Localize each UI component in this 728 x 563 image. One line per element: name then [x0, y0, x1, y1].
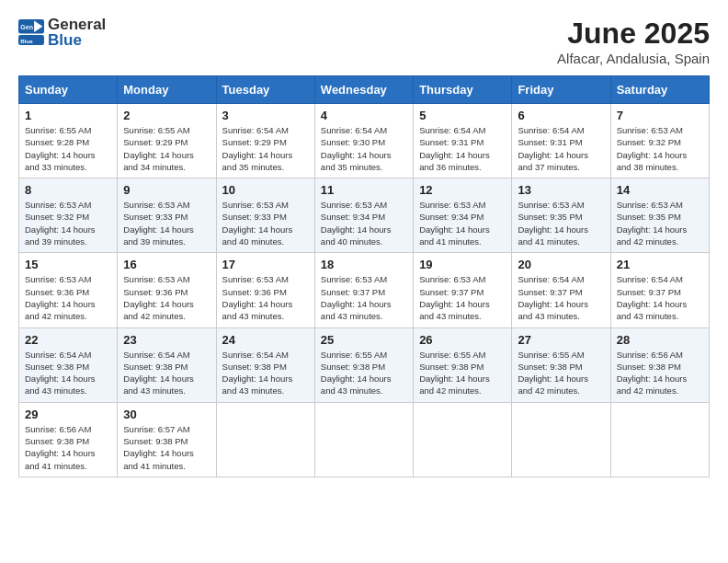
- day-cell-2: 2Sunrise: 6:55 AMSunset: 9:29 PMDaylight…: [118, 104, 216, 178]
- day-cell-28: 28Sunrise: 6:56 AMSunset: 9:38 PMDayligh…: [610, 327, 709, 402]
- day-cell-1: 1Sunrise: 6:55 AMSunset: 9:28 PMDaylight…: [19, 104, 118, 178]
- day-number: 22: [25, 333, 111, 347]
- day-cell-24: 24Sunrise: 6:54 AMSunset: 9:38 PMDayligh…: [216, 327, 314, 402]
- day-number: 30: [123, 408, 210, 421]
- logo-blue-text: Blue: [48, 31, 82, 49]
- day-cell-21: 21Sunrise: 6:54 AMSunset: 9:37 PMDayligh…: [610, 253, 709, 327]
- svg-text:Gen: Gen: [20, 24, 33, 30]
- day-number: 14: [617, 183, 703, 197]
- day-number: 18: [321, 258, 407, 271]
- day-number: 27: [518, 333, 604, 347]
- day-cell-7: 7Sunrise: 6:53 AMSunset: 9:32 PMDaylight…: [610, 104, 709, 178]
- day-number: 13: [518, 183, 604, 197]
- day-content: Sunrise: 6:55 AMSunset: 9:38 PMDaylight:…: [321, 349, 407, 397]
- empty-cell: [512, 402, 610, 477]
- day-number: 4: [321, 109, 407, 122]
- day-number: 26: [419, 333, 506, 347]
- day-number: 16: [123, 258, 210, 271]
- day-content: Sunrise: 6:55 AMSunset: 9:28 PMDaylight:…: [25, 124, 111, 173]
- empty-cell: [610, 402, 709, 477]
- header-saturday: Saturday: [610, 76, 709, 104]
- day-content: Sunrise: 6:56 AMSunset: 9:38 PMDaylight:…: [25, 423, 111, 472]
- day-content: Sunrise: 6:57 AMSunset: 9:38 PMDaylight:…: [123, 423, 210, 472]
- day-content: Sunrise: 6:54 AMSunset: 9:31 PMDaylight:…: [518, 124, 604, 173]
- day-cell-22: 22Sunrise: 6:54 AMSunset: 9:38 PMDayligh…: [19, 327, 118, 402]
- day-content: Sunrise: 6:53 AMSunset: 9:37 PMDaylight:…: [321, 273, 407, 322]
- day-content: Sunrise: 6:54 AMSunset: 9:38 PMDaylight:…: [123, 349, 210, 397]
- logo-icon: Gen Blue: [18, 19, 44, 45]
- title-area: June 2025 Alfacar, Andalusia, Spain: [557, 17, 710, 66]
- day-content: Sunrise: 6:53 AMSunset: 9:33 PMDaylight:…: [222, 199, 309, 247]
- day-cell-30: 30Sunrise: 6:57 AMSunset: 9:38 PMDayligh…: [118, 402, 216, 477]
- day-content: Sunrise: 6:53 AMSunset: 9:35 PMDaylight:…: [518, 199, 604, 247]
- day-number: 7: [617, 109, 703, 122]
- calendar-week-5: 29Sunrise: 6:56 AMSunset: 9:38 PMDayligh…: [19, 402, 710, 477]
- day-content: Sunrise: 6:53 AMSunset: 9:32 PMDaylight:…: [25, 199, 111, 247]
- day-content: Sunrise: 6:53 AMSunset: 9:35 PMDaylight:…: [617, 199, 703, 247]
- day-content: Sunrise: 6:54 AMSunset: 9:38 PMDaylight:…: [222, 349, 309, 397]
- day-number: 2: [123, 109, 210, 122]
- day-cell-9: 9Sunrise: 6:53 AMSunset: 9:33 PMDaylight…: [118, 178, 216, 253]
- svg-text:Blue: Blue: [20, 38, 33, 44]
- day-content: Sunrise: 6:53 AMSunset: 9:36 PMDaylight:…: [222, 273, 309, 322]
- calendar-table: SundayMondayTuesdayWednesdayThursdayFrid…: [18, 75, 710, 477]
- calendar-week-1: 1Sunrise: 6:55 AMSunset: 9:28 PMDaylight…: [19, 104, 710, 178]
- day-number: 29: [25, 408, 111, 421]
- day-number: 23: [123, 333, 210, 347]
- empty-cell: [414, 402, 512, 477]
- day-cell-6: 6Sunrise: 6:54 AMSunset: 9:31 PMDaylight…: [512, 104, 610, 178]
- day-cell-25: 25Sunrise: 6:55 AMSunset: 9:38 PMDayligh…: [314, 327, 413, 402]
- day-content: Sunrise: 6:53 AMSunset: 9:33 PMDaylight:…: [123, 199, 210, 247]
- day-content: Sunrise: 6:54 AMSunset: 9:29 PMDaylight:…: [222, 124, 309, 173]
- day-content: Sunrise: 6:53 AMSunset: 9:32 PMDaylight:…: [617, 124, 703, 173]
- page-header: Gen Blue General Blue June 2025 Alfacar,…: [18, 17, 710, 66]
- day-content: Sunrise: 6:54 AMSunset: 9:30 PMDaylight:…: [321, 124, 407, 173]
- day-content: Sunrise: 6:54 AMSunset: 9:37 PMDaylight:…: [518, 273, 604, 322]
- header-thursday: Thursday: [414, 76, 512, 104]
- day-cell-27: 27Sunrise: 6:55 AMSunset: 9:38 PMDayligh…: [512, 327, 610, 402]
- calendar-week-4: 22Sunrise: 6:54 AMSunset: 9:38 PMDayligh…: [19, 327, 710, 402]
- day-cell-10: 10Sunrise: 6:53 AMSunset: 9:33 PMDayligh…: [216, 178, 314, 253]
- day-cell-14: 14Sunrise: 6:53 AMSunset: 9:35 PMDayligh…: [610, 178, 709, 253]
- day-number: 10: [222, 183, 309, 197]
- day-cell-13: 13Sunrise: 6:53 AMSunset: 9:35 PMDayligh…: [512, 178, 610, 253]
- header-monday: Monday: [118, 76, 216, 104]
- day-number: 21: [617, 258, 703, 271]
- day-number: 17: [222, 258, 309, 271]
- day-content: Sunrise: 6:56 AMSunset: 9:38 PMDaylight:…: [617, 349, 703, 397]
- day-cell-11: 11Sunrise: 6:53 AMSunset: 9:34 PMDayligh…: [314, 178, 413, 253]
- day-number: 9: [123, 183, 210, 197]
- month-title: June 2025: [557, 17, 710, 51]
- day-number: 25: [321, 333, 407, 347]
- day-content: Sunrise: 6:54 AMSunset: 9:31 PMDaylight:…: [419, 124, 506, 173]
- day-number: 5: [419, 109, 506, 122]
- day-content: Sunrise: 6:53 AMSunset: 9:37 PMDaylight:…: [419, 273, 506, 322]
- day-cell-29: 29Sunrise: 6:56 AMSunset: 9:38 PMDayligh…: [19, 402, 118, 477]
- day-cell-12: 12Sunrise: 6:53 AMSunset: 9:34 PMDayligh…: [414, 178, 512, 253]
- day-cell-16: 16Sunrise: 6:53 AMSunset: 9:36 PMDayligh…: [118, 253, 216, 327]
- day-number: 24: [222, 333, 309, 347]
- day-content: Sunrise: 6:54 AMSunset: 9:38 PMDaylight:…: [25, 349, 111, 397]
- day-cell-20: 20Sunrise: 6:54 AMSunset: 9:37 PMDayligh…: [512, 253, 610, 327]
- day-cell-15: 15Sunrise: 6:53 AMSunset: 9:36 PMDayligh…: [19, 253, 118, 327]
- header-wednesday: Wednesday: [314, 76, 413, 104]
- day-cell-17: 17Sunrise: 6:53 AMSunset: 9:36 PMDayligh…: [216, 253, 314, 327]
- day-cell-19: 19Sunrise: 6:53 AMSunset: 9:37 PMDayligh…: [414, 253, 512, 327]
- day-cell-3: 3Sunrise: 6:54 AMSunset: 9:29 PMDaylight…: [216, 104, 314, 178]
- day-number: 15: [25, 258, 111, 271]
- day-content: Sunrise: 6:53 AMSunset: 9:36 PMDaylight:…: [123, 273, 210, 322]
- day-number: 28: [617, 333, 703, 347]
- day-content: Sunrise: 6:53 AMSunset: 9:34 PMDaylight:…: [419, 199, 506, 247]
- day-content: Sunrise: 6:55 AMSunset: 9:38 PMDaylight:…: [419, 349, 506, 397]
- day-content: Sunrise: 6:55 AMSunset: 9:38 PMDaylight:…: [518, 349, 604, 397]
- day-number: 11: [321, 183, 407, 197]
- day-cell-5: 5Sunrise: 6:54 AMSunset: 9:31 PMDaylight…: [414, 104, 512, 178]
- day-cell-4: 4Sunrise: 6:54 AMSunset: 9:30 PMDaylight…: [314, 104, 413, 178]
- day-number: 12: [419, 183, 506, 197]
- header-friday: Friday: [512, 76, 610, 104]
- day-content: Sunrise: 6:54 AMSunset: 9:37 PMDaylight:…: [617, 273, 703, 322]
- day-content: Sunrise: 6:53 AMSunset: 9:34 PMDaylight:…: [321, 199, 407, 247]
- header-tuesday: Tuesday: [216, 76, 314, 104]
- day-cell-26: 26Sunrise: 6:55 AMSunset: 9:38 PMDayligh…: [414, 327, 512, 402]
- empty-cell: [314, 402, 413, 477]
